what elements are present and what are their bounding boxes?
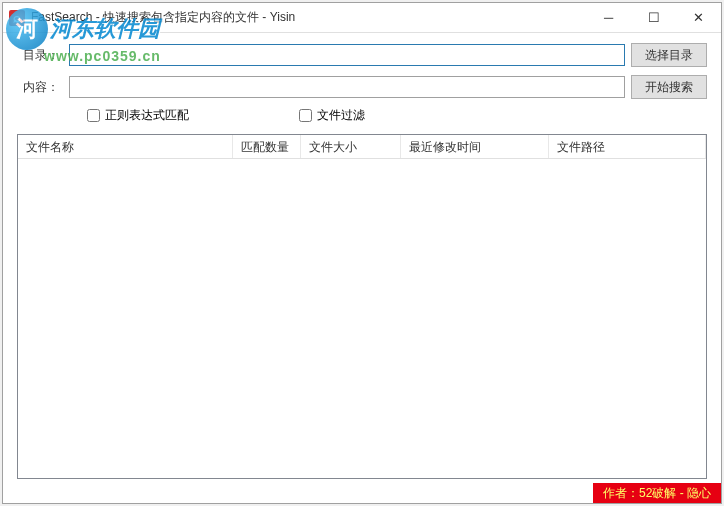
content-label: 内容： [17, 79, 63, 96]
statusbar: 作者：52破解 - 隐心 [3, 483, 721, 503]
table-header: 文件名称 匹配数量 文件大小 最近修改时间 文件路径 [18, 135, 706, 159]
filter-checkbox-wrap[interactable]: 文件过滤 [299, 107, 365, 124]
col-file-path[interactable]: 文件路径 [549, 135, 706, 158]
directory-input[interactable] [69, 44, 625, 66]
col-filename[interactable]: 文件名称 [18, 135, 233, 158]
select-directory-button[interactable]: 选择目录 [631, 43, 707, 67]
titlebar[interactable]: FastSearch - 快速搜索包含指定内容的文件 - Yisin ─ ☐ ✕ [3, 3, 721, 33]
regex-checkbox-wrap[interactable]: 正则表达式匹配 [87, 107, 189, 124]
content-area: 目录： 选择目录 内容： 开始搜索 正则表达式匹配 文件过滤 文件名称 匹配数量… [3, 33, 721, 503]
author-label: 作者：52破解 - 隐心 [593, 483, 721, 503]
filter-checkbox-label: 文件过滤 [317, 107, 365, 124]
col-match-count[interactable]: 匹配数量 [233, 135, 301, 158]
content-row: 内容： 开始搜索 [17, 75, 707, 99]
col-file-size[interactable]: 文件大小 [301, 135, 401, 158]
app-icon [9, 10, 25, 26]
window-title: FastSearch - 快速搜索包含指定内容的文件 - Yisin [31, 9, 586, 26]
close-button[interactable]: ✕ [676, 3, 721, 32]
regex-checkbox[interactable] [87, 109, 100, 122]
regex-checkbox-label: 正则表达式匹配 [105, 107, 189, 124]
directory-label: 目录： [17, 47, 63, 64]
window-controls: ─ ☐ ✕ [586, 3, 721, 32]
minimize-button[interactable]: ─ [586, 3, 631, 32]
start-search-button[interactable]: 开始搜索 [631, 75, 707, 99]
col-modified-time[interactable]: 最近修改时间 [401, 135, 549, 158]
maximize-button[interactable]: ☐ [631, 3, 676, 32]
content-input[interactable] [69, 76, 625, 98]
options-row: 正则表达式匹配 文件过滤 [17, 107, 707, 124]
app-window: FastSearch - 快速搜索包含指定内容的文件 - Yisin ─ ☐ ✕… [2, 2, 722, 504]
filter-checkbox[interactable] [299, 109, 312, 122]
directory-row: 目录： 选择目录 [17, 43, 707, 67]
results-table[interactable]: 文件名称 匹配数量 文件大小 最近修改时间 文件路径 [17, 134, 707, 479]
